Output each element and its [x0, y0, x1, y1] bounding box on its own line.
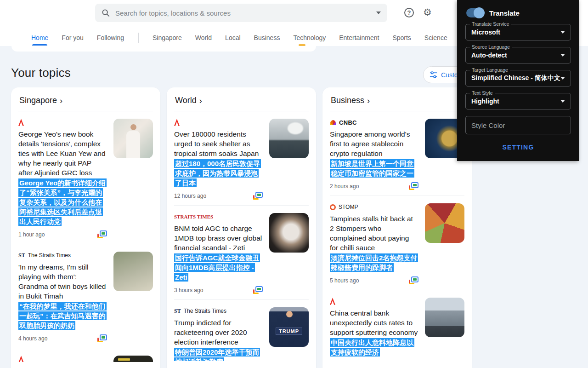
full-coverage-icon	[299, 44, 305, 46]
full-coverage-icon[interactable]	[97, 334, 107, 342]
help-icon[interactable]	[404, 8, 414, 17]
section-header-world[interactable]: World	[174, 95, 309, 111]
source-row: ST The Straits Times	[18, 252, 107, 259]
next-card-partial	[11, 362, 160, 368]
tab-science[interactable]: Science	[424, 34, 447, 41]
source-name: The Straits Times	[28, 252, 71, 259]
tab-home[interactable]: Home	[31, 34, 48, 41]
translated-text: “在我的梦里，我还在和他们一起玩”：在武吉知马遇害的双胞胎男孩的奶奶	[18, 301, 107, 330]
dropdown-caret-icon	[560, 54, 565, 57]
section-title: Singapore	[19, 96, 57, 105]
target-language-select[interactable]: Target Language Simplified Chinese - 简体中…	[465, 70, 571, 86]
next-card-partial	[167, 361, 316, 368]
article-thumbnail[interactable]	[113, 119, 153, 158]
article-item: Over 180000 residents urged to seek shel…	[174, 111, 309, 205]
source-name: CNBC	[339, 119, 357, 126]
tab-singapore[interactable]: Singapore	[153, 34, 182, 41]
full-coverage-icon[interactable]	[253, 192, 263, 200]
section-title: World	[175, 96, 197, 105]
section-header-singapore[interactable]: Singapore	[18, 95, 153, 111]
search-box[interactable]	[95, 4, 387, 22]
panel-title: Translate	[489, 9, 520, 17]
article-timestamp: 3 hours ago	[174, 287, 203, 293]
article-item: STRAITS TIMES BNM told AGC to charge 1MD…	[174, 205, 309, 299]
thumbnail-sign-text: TRUMP	[276, 328, 302, 335]
field-label: Text Style	[470, 90, 495, 96]
translated-text: 中国央行出人意料地降息以支持疲软的经济	[330, 338, 418, 357]
article-headline[interactable]: George Yeo's new book details 'tensions'…	[18, 129, 107, 178]
field-label: Translate Service	[470, 21, 511, 27]
settings-gear-icon[interactable]	[423, 6, 432, 19]
source-language-select[interactable]: Source Language Auto-detect	[465, 47, 571, 63]
source-name: The Straits Times	[184, 308, 226, 314]
scrolled-card-remnant	[11, 46, 316, 52]
translated-text: 新加坡是世界上第一个同意稳定币加密监管的国家之一	[330, 159, 418, 178]
tune-icon	[430, 71, 437, 79]
article-headline[interactable]: Tampines stalls hit back at 2 Stompers w…	[330, 214, 418, 253]
tab-for-you[interactable]: For you	[62, 34, 83, 41]
field-value: Highlight	[471, 98, 560, 105]
article-thumbnail[interactable]	[425, 203, 464, 243]
article-timestamp: 5 hours ago	[330, 277, 359, 284]
field-value: Auto-detect	[471, 52, 560, 59]
article-thumbnail[interactable]: TRUMP	[269, 307, 309, 347]
tab-technology[interactable]: Technology	[293, 34, 326, 41]
translated-text: 淡滨尼摊位回击2名抱怨支付辣椒酱费用的跺脚者	[330, 253, 418, 272]
search-dropdown-caret-icon[interactable]	[376, 12, 381, 14]
search-input[interactable]	[115, 9, 376, 17]
field-value: Microsoft	[471, 29, 560, 36]
translated-text: 超过180，000名居民敦促寻求庇护，因为热带风暴浸泡了日本	[174, 159, 263, 188]
tab-following[interactable]: Following	[97, 34, 124, 41]
article-thumbnail[interactable]	[269, 119, 309, 158]
chevron-right-icon	[367, 97, 370, 105]
section-header-business[interactable]: Business	[330, 95, 464, 111]
article-headline[interactable]: Over 180000 residents urged to seek shel…	[174, 129, 263, 158]
topic-card-world: World Over 180000 residents urged to see…	[167, 87, 316, 368]
article-item: ST The Straits Times 'In my dreams, I'm …	[18, 244, 153, 348]
article-item: China central bank unexpectedly cuts rat…	[330, 290, 464, 368]
page-title: Your topics	[11, 66, 71, 80]
article-headline[interactable]: 'In my dreams, I'm still playing with th…	[18, 262, 107, 301]
full-coverage-icon[interactable]	[409, 182, 418, 190]
cna-logo-icon	[330, 298, 335, 305]
article-thumbnail[interactable]	[113, 252, 153, 291]
article-thumbnail[interactable]	[425, 298, 464, 337]
dropdown-caret-icon	[560, 31, 565, 34]
tab-business[interactable]: Business	[254, 34, 280, 41]
full-coverage-icon[interactable]	[253, 286, 263, 294]
article-timestamp: 2 hours ago	[330, 183, 359, 190]
article-timestamp: 12 hours ago	[174, 193, 206, 199]
source-name: STOMP	[339, 204, 358, 210]
tab-world[interactable]: World	[195, 34, 212, 41]
translate-service-select[interactable]: Translate Service Microsoft	[465, 24, 571, 40]
article-item: George Yeo's new book details 'tensions'…	[18, 111, 153, 244]
article-timestamp: 4 hours ago	[18, 335, 47, 342]
tab-entertainment[interactable]: Entertainment	[339, 34, 379, 41]
tab-local[interactable]: Local	[225, 34, 240, 41]
full-coverage-icon[interactable]	[97, 230, 107, 238]
chevron-right-icon	[60, 97, 62, 105]
article-headline[interactable]: BNM told AGC to charge 1MDB top brass ov…	[174, 224, 263, 253]
source-row: STOMP	[330, 203, 418, 211]
translate-toggle[interactable]	[466, 8, 484, 17]
cnbc-peacock-icon	[330, 120, 336, 125]
stomp-logo-icon	[330, 204, 336, 210]
nav-tabs: Home For you Following Singapore World L…	[31, 31, 492, 44]
style-color-input[interactable]	[465, 116, 571, 134]
source-row: ST The Straits Times	[174, 307, 263, 315]
article-item: ST The Straits Times Trump indicted for …	[174, 299, 309, 368]
article-timestamp: 1 hour ago	[18, 231, 45, 238]
field-label: Target Language	[470, 67, 510, 73]
source-row	[18, 119, 107, 126]
tab-separator	[138, 33, 139, 43]
text-style-select[interactable]: Text Style Highlight	[465, 93, 571, 109]
next-card-partial	[322, 360, 472, 368]
setting-button[interactable]: SETTING	[502, 144, 534, 151]
full-coverage-icon[interactable]	[409, 276, 418, 284]
article-thumbnail[interactable]	[269, 213, 309, 253]
tab-sports[interactable]: Sports	[392, 34, 411, 41]
article-headline[interactable]: Trump indicted for racketeering over 202…	[174, 318, 263, 347]
article-item: STOMP Tampines stalls hit back at 2 Stom…	[330, 196, 464, 290]
article-headline[interactable]: China central bank unexpectedly cuts rat…	[330, 308, 418, 337]
article-headline[interactable]: Singapore among world's first to agree s…	[330, 129, 418, 158]
